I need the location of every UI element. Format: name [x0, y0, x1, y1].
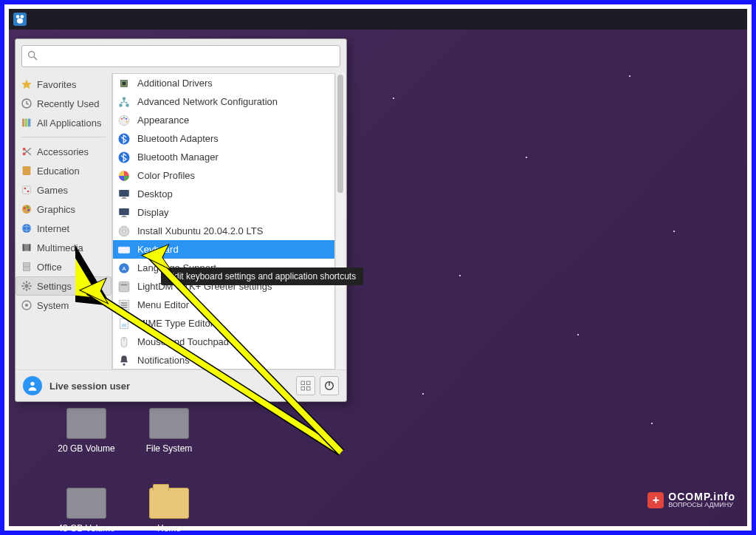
app-item[interactable]: Additional Drivers — [113, 74, 334, 92]
svg-point-16 — [24, 207, 26, 209]
category-settings[interactable]: Settings — [16, 276, 111, 296]
svg-point-41 — [123, 97, 126, 100]
svg-rect-81 — [301, 386, 305, 390]
category-label: System — [37, 300, 69, 311]
keyboard-icon — [117, 243, 131, 256]
app-item[interactable]: MIME Type Editor — [113, 314, 334, 333]
bell-icon — [117, 354, 131, 367]
svg-rect-51 — [123, 197, 126, 198]
svg-rect-8 — [28, 119, 30, 127]
app-label: Advanced Network Configuration — [137, 96, 278, 107]
app-item[interactable]: Bluetooth Manager — [113, 148, 334, 166]
desktop-icon[interactable]: File System — [136, 408, 202, 454]
category-office[interactable]: Office — [16, 257, 111, 276]
category-accessories[interactable]: Accessories — [16, 142, 111, 161]
app-item[interactable]: Notifications — [113, 351, 334, 369]
svg-point-17 — [27, 206, 29, 208]
svg-point-46 — [126, 120, 128, 122]
desktop-icon[interactable]: 43 GB Volume — [53, 488, 120, 534]
svg-line-32 — [29, 288, 30, 290]
disc-icon — [117, 225, 131, 238]
watermark-tagline: ВОПРОСЫ АДМИНУ — [668, 502, 735, 508]
tooltip: Edit keyboard settings and application s… — [161, 268, 363, 285]
app-item[interactable]: Advanced Network Configuration — [113, 92, 334, 111]
svg-point-14 — [27, 191, 30, 193]
category-system[interactable]: System — [16, 296, 111, 315]
svg-point-40 — [126, 103, 129, 107]
category-games[interactable]: Games — [16, 180, 111, 200]
monitor-icon — [117, 188, 131, 201]
app-item[interactable]: Menu Editor — [113, 296, 334, 314]
svg-point-3 — [29, 51, 35, 57]
category-all[interactable]: All Applications — [16, 113, 111, 132]
svg-line-34 — [29, 282, 30, 284]
monitor-icon — [117, 206, 131, 219]
svg-rect-79 — [301, 381, 305, 385]
lang-icon: A — [117, 262, 131, 275]
search-row — [21, 45, 340, 67]
app-item[interactable]: Desktop — [113, 185, 334, 203]
scrollbar-thumb[interactable] — [337, 75, 343, 193]
menu-footer: Live session user — [16, 369, 346, 401]
category-label: Favorites — [37, 79, 76, 90]
app-label: Bluetooth Adapters — [137, 133, 219, 144]
desktop-icon[interactable]: 20 GB Volume — [53, 408, 120, 454]
desktop-icon[interactable]: Home — [136, 488, 202, 534]
svg-point-0 — [16, 15, 20, 18]
category-label: All Applications — [37, 117, 101, 129]
category-education[interactable]: Education — [16, 161, 111, 180]
category-list: FavoritesRecently UsedAll ApplicationsAc… — [16, 73, 111, 369]
app-item[interactable]: Color Profiles — [113, 166, 334, 185]
app-item[interactable]: Appearance — [113, 111, 334, 129]
svg-point-45 — [126, 117, 127, 119]
app-label: Mouse and Touchpad — [137, 336, 229, 347]
svg-rect-11 — [23, 166, 31, 175]
cabinet-icon — [21, 261, 32, 273]
app-item[interactable]: Mouse and Touchpad — [113, 333, 334, 351]
app-item[interactable]: Keyboard — [113, 240, 334, 259]
scissors-icon — [21, 146, 32, 157]
svg-point-1 — [21, 15, 24, 18]
svg-point-44 — [123, 117, 125, 118]
whisker-menu-icon[interactable] — [13, 13, 27, 26]
app-item[interactable]: Display — [113, 203, 334, 222]
svg-point-26 — [24, 284, 28, 287]
category-multimedia[interactable]: Multimedia — [16, 238, 111, 257]
svg-rect-74 — [122, 324, 126, 327]
bt-icon — [117, 151, 131, 164]
svg-point-13 — [24, 188, 27, 190]
svg-point-77 — [123, 363, 126, 365]
svg-rect-60 — [121, 248, 123, 249]
menuedit-icon — [117, 299, 131, 312]
category-favorites[interactable]: Favorites — [16, 75, 111, 94]
desktop-icon-label: File System — [136, 443, 202, 454]
category-label: Games — [37, 185, 68, 196]
svg-rect-52 — [121, 198, 127, 199]
category-recent[interactable]: Recently Used — [16, 94, 111, 113]
watermark-badge-icon: + — [647, 492, 664, 508]
app-list-scrollbar[interactable] — [335, 73, 345, 369]
category-label: Accessories — [37, 146, 89, 157]
svg-point-2 — [17, 18, 23, 24]
category-label: Multimedia — [37, 242, 83, 253]
app-item[interactable]: Install Xubuntu 20.04.2.0 LTS — [113, 222, 334, 240]
app-label: Additional Drivers — [137, 78, 213, 89]
category-internet[interactable]: Internet — [16, 219, 111, 238]
book-icon — [21, 165, 32, 177]
category-label: Settings — [37, 281, 72, 292]
app-item[interactable]: Bluetooth Adapters — [113, 129, 334, 148]
svg-line-4 — [34, 57, 37, 60]
svg-rect-7 — [25, 119, 27, 127]
desktop-icon-label: Home — [136, 523, 202, 534]
settings-manager-button[interactable] — [296, 376, 315, 395]
svg-point-18 — [27, 209, 30, 211]
palette-icon — [117, 114, 131, 127]
user-avatar-icon[interactable] — [23, 376, 42, 395]
category-graphics[interactable]: Graphics — [16, 200, 111, 219]
category-label: Internet — [37, 223, 69, 234]
star-icon — [21, 78, 32, 90]
app-label: Color Profiles — [137, 170, 195, 181]
search-input[interactable] — [43, 50, 335, 63]
app-label: Notifications — [137, 355, 190, 366]
power-button[interactable] — [320, 376, 339, 395]
